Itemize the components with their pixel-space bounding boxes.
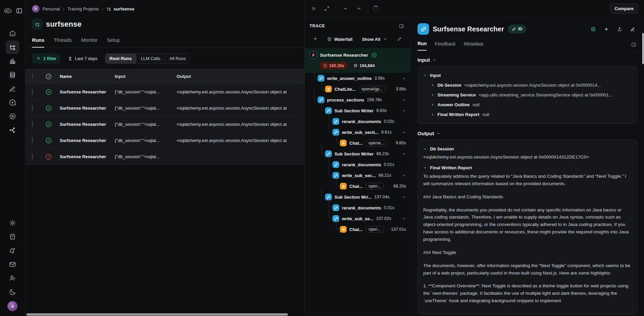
sidebar-item-home[interactable] (6, 27, 19, 40)
dark-mode-moon-icon[interactable] (6, 285, 19, 299)
notifications-bell-icon[interactable] (6, 244, 19, 257)
filter-count-button[interactable]: 1 filter (32, 53, 60, 64)
segment-llm-calls[interactable]: LLM Calls (136, 54, 165, 63)
table-row[interactable]: Surfsense Researcher {"db_session":"<sql… (25, 132, 304, 148)
horizontal-scrollbar[interactable] (26, 313, 288, 316)
input-field-row[interactable]: Final Written Reportnull (423, 110, 632, 119)
run-name[interactable]: Surfsense Researcher (60, 154, 115, 159)
trace-node[interactable]: process_sections156.78s (305, 94, 410, 105)
workspace-avatar[interactable] (32, 5, 39, 12)
row-checkbox[interactable] (32, 137, 33, 144)
chevron-down-icon[interactable] (402, 130, 406, 135)
annotate-button[interactable] (627, 24, 638, 34)
sidebar-item-deployments[interactable] (6, 123, 19, 137)
row-checkbox[interactable] (32, 121, 33, 127)
breadcrumb-project[interactable]: surfsense (106, 6, 134, 11)
show-all-dropdown[interactable]: Show All (358, 34, 391, 44)
sidebar-item-prompts[interactable] (6, 96, 19, 109)
chevron-down-icon[interactable] (402, 195, 406, 199)
header-input[interactable]: Input (115, 74, 177, 79)
user-avatar[interactable] (7, 301, 18, 311)
input-field-row[interactable]: Answer Outlinenull (423, 100, 632, 110)
header-output[interactable]: Output (177, 74, 304, 79)
tab-monitor[interactable]: Monitor (81, 37, 97, 48)
collapse-all-button[interactable] (394, 34, 405, 44)
trace-filter-button[interactable] (310, 34, 321, 44)
open-in-playground-button[interactable] (588, 24, 598, 34)
table-row[interactable]: Surfsense Researcher {"db_session":"<sql… (25, 148, 304, 165)
segment-all-runs[interactable]: All Runs (165, 54, 190, 63)
trace-node[interactable]: rerank_documents0.01s (305, 159, 410, 170)
input-root-row[interactable]: Input (423, 70, 632, 80)
input-section-toggle[interactable]: Input (418, 57, 637, 63)
share-run-button[interactable] (614, 24, 625, 34)
trace-node[interactable]: write_sub_secti...9.61s (305, 127, 410, 138)
settings-gear-icon[interactable] (6, 216, 19, 230)
detail-panel-toggle-icon[interactable] (629, 40, 638, 49)
table-row[interactable]: Surfsense Researcher {"db_session":"<sql… (25, 116, 304, 132)
sidebar-item-tracing[interactable] (6, 40, 19, 54)
trace-node[interactable]: Chat...open...68.20s (305, 181, 410, 192)
output-db-session-row[interactable]: Db Session (423, 144, 632, 154)
previous-run-icon[interactable] (354, 4, 363, 13)
trace-node[interactable]: Sub Section Writer68.23s (305, 148, 410, 159)
trace-node[interactable]: Sub Section Writer9.63s (305, 105, 410, 116)
waterfall-view-button[interactable]: Waterfall (324, 34, 356, 44)
tab-runs[interactable]: Runs (32, 37, 44, 48)
trace-node[interactable]: rerank_documents0.02s (305, 116, 410, 127)
row-checkbox[interactable] (32, 89, 33, 95)
tab-feedback[interactable]: Feedback (435, 41, 455, 50)
trace-node[interactable]: write_answer_outline3.56s (305, 73, 410, 84)
chevron-down-icon[interactable] (402, 109, 406, 113)
table-row[interactable]: Surfsense Researcher {"db_session":"<sql… (25, 84, 304, 100)
trace-node[interactable]: write_sub_sec...68.21s (305, 170, 410, 181)
segment-root-runs[interactable]: Root Runs (105, 54, 137, 63)
chevron-down-icon[interactable] (402, 173, 406, 178)
sidebar-item-datasets[interactable] (6, 68, 19, 82)
tab-metadata[interactable]: Metadata (464, 41, 483, 50)
input-field-row[interactable]: Streaming Service<app.utils.streaming_se… (423, 90, 632, 100)
tab-run[interactable]: Run (418, 41, 427, 51)
chevron-down-icon[interactable] (402, 98, 406, 102)
invite-user-icon[interactable] (6, 271, 19, 285)
expand-fullscreen-icon[interactable] (322, 4, 331, 13)
breadcrumb-personal[interactable]: Personal (43, 6, 60, 11)
run-name[interactable]: Surfsense Researcher (60, 89, 115, 94)
breadcrumb-tracing-projects[interactable]: Tracing Projects (68, 6, 99, 11)
trace-node[interactable]: Chat...openai...9.60s (305, 138, 410, 148)
tab-setup[interactable]: Setup (107, 37, 120, 48)
trace-node[interactable]: Sub Section Wri...137.04s (305, 192, 410, 202)
next-run-icon[interactable] (341, 4, 350, 13)
row-checkbox[interactable] (32, 153, 33, 160)
output-section-toggle[interactable]: Output (418, 131, 637, 136)
trace-node[interactable]: ChatLite...openai/gp...3.56s (305, 84, 410, 94)
tab-threads[interactable]: Threads (54, 37, 72, 48)
vertical-scrollbar[interactable] (642, 33, 644, 64)
sidebar-item-playground[interactable] (6, 110, 19, 123)
sidebar-item-monitoring[interactable] (6, 54, 19, 68)
run-name[interactable]: Surfsense Researcher (60, 138, 115, 143)
run-name[interactable]: Surfsense Researcher (60, 122, 115, 127)
chevron-down-icon[interactable] (402, 152, 406, 156)
run-id-pill[interactable]: ID (508, 25, 526, 33)
compare-button[interactable]: Compare (610, 3, 639, 14)
output-report-row[interactable]: Final Written Report (423, 163, 632, 173)
select-all-checkbox[interactable] (32, 73, 33, 80)
trace-node[interactable]: write_sub_se...137.02s (305, 213, 410, 224)
trace-root-run[interactable]: Surfsense Researcher 160.35s 104,684 (305, 48, 410, 73)
row-checkbox[interactable] (32, 105, 33, 111)
trace-node[interactable]: Chat...open...137.01s (305, 224, 410, 235)
chevron-down-icon[interactable] (402, 76, 406, 81)
trace-panel-toggle-icon[interactable] (397, 22, 406, 30)
add-to-dataset-button[interactable] (601, 24, 612, 34)
run-name[interactable]: Surfsense Researcher (60, 106, 115, 111)
collapse-panel-icon[interactable] (309, 4, 318, 13)
table-row[interactable]: Surfsense Researcher {"db_session":"<sql… (25, 100, 304, 116)
trace-node[interactable]: rerank_documents0.01s (305, 202, 410, 213)
date-range-button[interactable]: Last 7 days (64, 53, 102, 64)
header-name[interactable]: Name (60, 74, 115, 79)
mail-icon[interactable] (6, 258, 19, 271)
sidebar-item-annotation[interactable] (6, 82, 19, 95)
docs-icon[interactable] (6, 230, 19, 243)
sidebar-collapse-icon[interactable] (15, 4, 23, 18)
